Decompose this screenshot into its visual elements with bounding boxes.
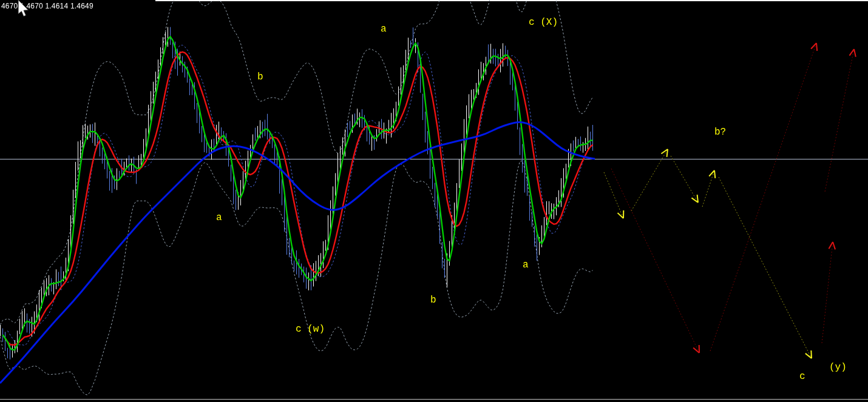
wave-label[interactable]: a	[216, 213, 222, 223]
wave-label[interactable]: b	[257, 72, 263, 82]
wave-label[interactable]: c (w)	[296, 324, 325, 334]
wave-label[interactable]: (y)	[829, 363, 847, 372]
mt4-chart-window: 4670 1.4670 1.4614 1.4649 a c (X) b a c …	[0, 0, 868, 402]
wave-label[interactable]: b	[430, 295, 436, 305]
mouse-cursor-icon	[16, 0, 31, 17]
wave-label[interactable]: c	[799, 372, 805, 381]
wave-label[interactable]: c (X)	[529, 18, 558, 27]
wave-label[interactable]: b?	[714, 127, 726, 137]
ohlc-quote: 4670 1.4670 1.4614 1.4649	[1, 2, 93, 10]
drawing-objects-canvas[interactable]	[0, 0, 868, 402]
wave-label[interactable]: a	[523, 260, 529, 270]
wave-label[interactable]: a	[381, 24, 387, 34]
